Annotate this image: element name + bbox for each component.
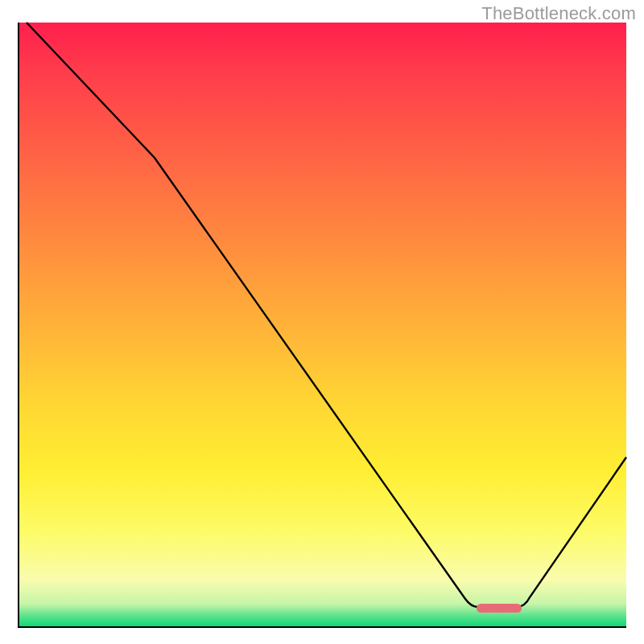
attribution-label: TheBottleneck.com <box>481 3 636 24</box>
bottleneck-curve <box>18 23 626 628</box>
curve-path <box>27 23 626 607</box>
chart-root: TheBottleneck.com <box>0 0 644 644</box>
optimal-marker <box>477 604 522 613</box>
plot-area <box>18 23 626 628</box>
